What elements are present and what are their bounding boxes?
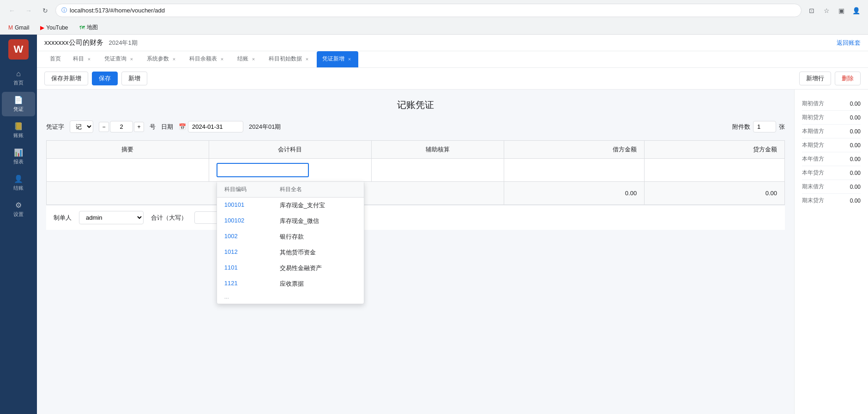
logo-text: W <box>14 43 24 55</box>
new-button[interactable]: 新增 <box>121 72 147 85</box>
num-increase-button[interactable]: + <box>134 122 144 132</box>
sidebar-item-settings[interactable]: ⚙ 设置 <box>2 197 35 222</box>
dropdown-item-0[interactable]: 100101 库存现金_支付宝 <box>217 198 364 213</box>
back-link[interactable]: 返回账套 <box>837 39 861 47</box>
tab-balance-table-close[interactable]: × <box>219 56 225 62</box>
table-header-row: 摘要 会计科目 辅助核算 借方金额 贷方金额 <box>47 141 785 159</box>
voucher-title: 记账凭证 <box>46 99 785 111</box>
num-decrease-button[interactable]: − <box>99 122 109 132</box>
sidebar-item-report[interactable]: 📊 报表 <box>2 144 35 169</box>
account-cell[interactable]: 科目编码 科目全名 100101 库存现金_支付宝 100102 <box>209 159 371 182</box>
auxiliary-cell[interactable] <box>371 159 504 182</box>
add-row-button[interactable]: 新增行 <box>799 72 831 85</box>
credit-cell[interactable] <box>645 159 785 182</box>
main-content: xxxxxxx公司的财务 2024年1期 返回账套 首页 科目 × 凭证查询 ×… <box>37 35 868 414</box>
report-icon: 📊 <box>14 148 23 157</box>
dropdown-item-4[interactable]: 1101 交易性金融资产 <box>217 260 364 276</box>
dropdown-col2-header: 科目全名 <box>280 186 356 193</box>
dropdown-item-2[interactable]: 1002 银行存款 <box>217 229 364 245</box>
dropdown-item-3-code: 1012 <box>224 248 280 257</box>
stat-label-0: 期初借方 <box>802 100 824 108</box>
account-input[interactable] <box>217 163 309 177</box>
sidebar-item-home-label: 首页 <box>13 79 24 86</box>
bookmark-icon[interactable]: ☆ <box>820 4 833 17</box>
attachment-num-input[interactable]: 1 <box>753 121 776 132</box>
browser-right-icons: ⊡ ☆ ▣ 👤 <box>805 4 862 17</box>
tab-system-params-close[interactable]: × <box>171 56 177 62</box>
dropdown-item-0-name: 库存现金_支付宝 <box>280 201 356 210</box>
save-button[interactable]: 保存 <box>92 72 118 85</box>
back-button[interactable]: ← <box>6 4 18 17</box>
sidebar: W ⌂ 首页 📄 凭证 📒 账账 📊 报表 👤 结账 ⚙ 设置 <box>0 35 37 414</box>
secure-icon: ⓘ <box>61 6 67 14</box>
dropdown-item-2-name: 银行存款 <box>280 233 356 241</box>
total-big-label: 合计（大写） <box>151 214 187 222</box>
reload-button[interactable]: ↻ <box>39 4 52 17</box>
dropdown-item-4-code: 1101 <box>224 264 280 272</box>
forward-button[interactable]: → <box>22 4 35 17</box>
tab-home[interactable]: 首页 <box>44 51 66 67</box>
bookmark-bar: M Gmail ▶ YouTube 🗺 地图 <box>0 21 868 34</box>
toolbar: 保存并新增 保存 新增 新增行 删除 <box>37 68 868 90</box>
total-credit: 0.00 <box>645 182 785 205</box>
account-dropdown: 科目编码 科目全名 100101 库存现金_支付宝 100102 <box>217 181 364 304</box>
sidebar-item-closing[interactable]: 👤 结账 <box>2 171 35 195</box>
translate-icon[interactable]: ⊡ <box>805 4 818 17</box>
bookmark-youtube[interactable]: ▶ YouTube <box>37 24 71 32</box>
tab-voucher-query-close[interactable]: × <box>128 56 135 62</box>
sidebar-item-ledger[interactable]: 📒 账账 <box>2 118 35 143</box>
tab-initial-data-close[interactable]: × <box>304 56 310 62</box>
sidebar-item-voucher[interactable]: 📄 凭证 <box>2 92 35 116</box>
attachment-group: 附件数 1 张 <box>732 121 785 132</box>
stat-row-7: 期末贷方 0.00 <box>802 194 861 207</box>
split-view-icon[interactable]: ▣ <box>835 4 848 17</box>
app-header: xxxxxxx公司的财务 2024年1期 返回账套 <box>37 35 868 51</box>
stat-row-3: 本期贷方 0.00 <box>802 138 861 152</box>
bookmark-maps[interactable]: 🗺 地图 <box>77 23 101 32</box>
date-input[interactable]: 2024-01-31 <box>188 121 243 132</box>
tab-closing[interactable]: 结账 × <box>232 51 262 67</box>
dropdown-item-5[interactable]: 1121 应收票据 <box>217 276 364 292</box>
tab-balance-table[interactable]: 科目余额表 × <box>184 51 231 67</box>
tab-home-label: 首页 <box>50 55 61 63</box>
dropdown-item-1[interactable]: 100102 库存现金_微信 <box>217 213 364 229</box>
save-new-button[interactable]: 保存并新增 <box>44 72 88 85</box>
tab-voucher-add[interactable]: 凭证新增 × <box>317 51 358 67</box>
voucher-num-input[interactable]: 2 <box>110 121 133 132</box>
tabs-bar: 首页 科目 × 凭证查询 × 系统参数 × 科目余额表 × 结账 × <box>37 51 868 68</box>
voucher-icon: 📄 <box>14 96 23 104</box>
tab-voucher-add-close[interactable]: × <box>346 56 353 62</box>
bookmark-gmail[interactable]: M Gmail <box>6 24 32 32</box>
address-bar[interactable]: ⓘ localhost:5173/#/home/voucher/add <box>55 4 802 17</box>
stat-value-4: 0.00 <box>850 156 861 162</box>
tab-subject-close[interactable]: × <box>86 56 92 62</box>
creator-select[interactable]: admin <box>79 211 144 224</box>
tab-initial-data[interactable]: 科目初始数据 × <box>263 51 316 67</box>
tab-closing-close[interactable]: × <box>250 56 257 62</box>
voucher-num-label: 号 <box>150 123 156 131</box>
dropdown-header: 科目编码 科目全名 <box>217 182 364 198</box>
stat-row-1: 期初贷方 0.00 <box>802 111 861 125</box>
dropdown-item-3[interactable]: 1012 其他货币资金 <box>217 245 364 260</box>
delete-button[interactable]: 删除 <box>835 72 861 85</box>
tab-system-params[interactable]: 系统参数 × <box>141 51 183 67</box>
tab-voucher-query[interactable]: 凭证查询 × <box>99 51 140 67</box>
profile-icon[interactable]: 👤 <box>850 4 862 17</box>
voucher-main: 记账凭证 凭证字 记 − 2 + 号 日期 <box>37 90 794 414</box>
stat-value-2: 0.00 <box>850 128 861 135</box>
app-header-left: xxxxxxx公司的财务 2024年1期 <box>44 38 138 47</box>
summary-cell[interactable] <box>47 159 209 182</box>
attachment-unit: 张 <box>779 123 785 131</box>
toolbar-right: 新增行 删除 <box>799 72 861 85</box>
home-icon: ⌂ <box>16 70 21 78</box>
tab-subject[interactable]: 科目 × <box>67 51 98 67</box>
bookmark-youtube-label: YouTube <box>46 24 68 31</box>
col-header-debit: 借方金额 <box>504 141 645 159</box>
sidebar-item-home[interactable]: ⌂ 首页 <box>2 66 35 90</box>
dropdown-item-5-name: 应收票据 <box>280 280 356 288</box>
voucher-word-select[interactable]: 记 <box>70 120 93 133</box>
voucher-num-ctrl: − 2 + <box>99 121 144 132</box>
stat-label-1: 期初贷方 <box>802 114 824 121</box>
voucher-area: 记账凭证 凭证字 记 − 2 + 号 日期 <box>37 90 868 414</box>
debit-cell[interactable] <box>504 159 645 182</box>
